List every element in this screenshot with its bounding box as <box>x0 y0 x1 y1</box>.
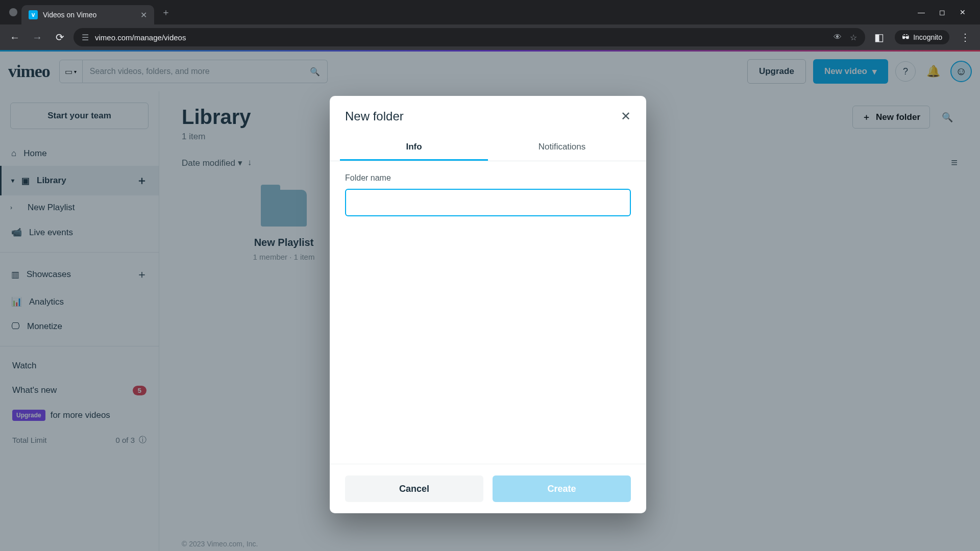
maximize-icon[interactable]: ◻ <box>939 8 945 16</box>
modal-title: New folder <box>345 109 404 123</box>
forward-button[interactable]: → <box>29 29 46 46</box>
incognito-badge[interactable]: 🕶 Incognito <box>895 30 949 44</box>
close-window-icon[interactable]: ✕ <box>960 8 966 16</box>
new-tab-button[interactable]: ＋ <box>161 6 170 18</box>
close-icon[interactable]: ✕ <box>621 109 631 123</box>
reload-button[interactable]: ⟳ <box>51 29 68 46</box>
incognito-icon: 🕶 <box>902 33 909 41</box>
folder-name-input[interactable] <box>345 189 631 216</box>
back-button[interactable]: ← <box>6 29 23 46</box>
tab-notifications[interactable]: Notifications <box>488 135 636 161</box>
side-panel-icon[interactable]: ◧ <box>870 29 888 46</box>
browser-tab[interactable]: v Videos on Vimeo ✕ <box>21 5 154 24</box>
vimeo-favicon-icon: v <box>29 10 38 19</box>
eye-off-icon[interactable]: 👁 <box>834 33 842 42</box>
app-viewport: vimeo ▭ ▾ Search videos, folders, and mo… <box>0 50 980 551</box>
window-controls: ― ◻ ✕ <box>918 8 975 16</box>
menu-icon[interactable]: ⋮ <box>957 29 974 46</box>
cancel-button[interactable]: Cancel <box>345 475 483 502</box>
browser-chrome: v Videos on Vimeo ✕ ＋ ― ◻ ✕ ← → ⟳ ☰ vime… <box>0 0 980 50</box>
new-folder-modal: New folder ✕ Info Notifications Folder n… <box>330 96 646 513</box>
tab-title: Videos on Vimeo <box>43 11 135 19</box>
incognito-label: Incognito <box>913 33 942 41</box>
url-box[interactable]: ☰ vimeo.com/manage/videos 👁 ☆ <box>74 28 865 46</box>
tab-search-icon[interactable] <box>9 8 17 16</box>
address-bar: ← → ⟳ ☰ vimeo.com/manage/videos 👁 ☆ ◧ 🕶 … <box>0 24 980 50</box>
modal-tabs: Info Notifications <box>330 135 646 161</box>
bookmark-star-icon[interactable]: ☆ <box>850 33 857 42</box>
minimize-icon[interactable]: ― <box>918 8 925 16</box>
site-settings-icon[interactable]: ☰ <box>82 33 89 42</box>
tab-strip: v Videos on Vimeo ✕ ＋ ― ◻ ✕ <box>0 0 980 24</box>
url-text: vimeo.com/manage/videos <box>95 33 186 42</box>
tab-info[interactable]: Info <box>340 135 488 161</box>
close-icon[interactable]: ✕ <box>140 10 147 20</box>
folder-name-label: Folder name <box>345 173 631 183</box>
create-button[interactable]: Create <box>493 475 631 502</box>
